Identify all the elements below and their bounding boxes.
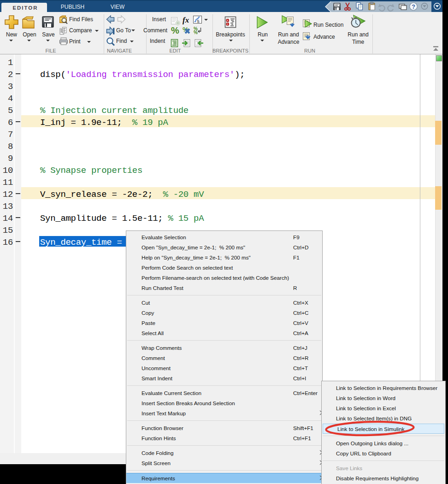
svg-text:%: % — [171, 25, 179, 35]
svg-text:?: ? — [412, 4, 415, 10]
svg-text:%: % — [194, 30, 198, 35]
svg-text:fi: fi — [197, 19, 200, 24]
svg-text:fx: fx — [183, 16, 189, 24]
